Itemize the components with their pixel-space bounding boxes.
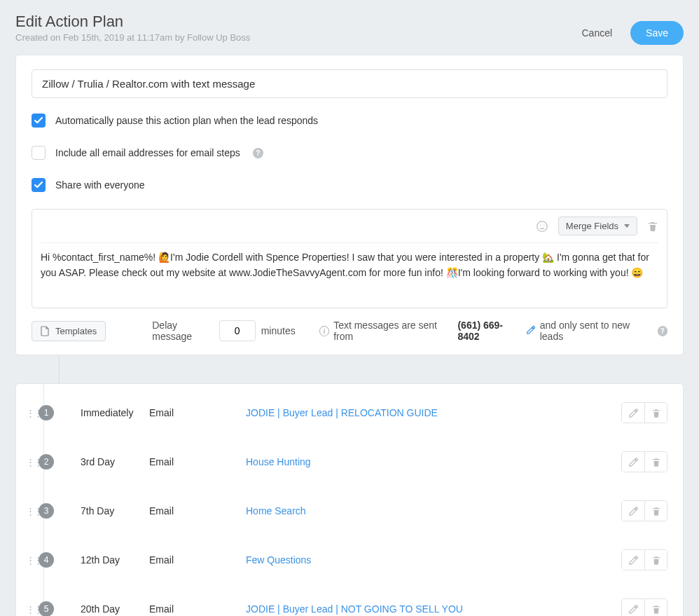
templates-label: Templates xyxy=(55,326,97,336)
label-include-emails: Include all email addresses for email st… xyxy=(55,147,240,158)
step-number: 2 xyxy=(39,454,54,470)
checkbox-share[interactable] xyxy=(32,178,46,192)
step-type: Email xyxy=(149,603,246,615)
edit-step-button[interactable] xyxy=(622,452,644,472)
emoji-icon[interactable] xyxy=(536,220,548,233)
step-title-link[interactable]: Few Questions xyxy=(246,554,311,566)
delete-step-button[interactable] xyxy=(644,501,667,521)
info-icon: i xyxy=(319,326,329,336)
text-info-pre: Text messages are sent from xyxy=(333,320,453,342)
drag-handle-icon[interactable]: ⋮⋮ xyxy=(26,604,34,615)
help-icon[interactable]: ? xyxy=(658,326,667,336)
templates-button[interactable]: Templates xyxy=(32,321,106,341)
help-icon[interactable]: ? xyxy=(253,148,263,158)
label-auto-pause: Automatically pause this action plan whe… xyxy=(55,115,318,126)
step-row: ⋮⋮412th DayEmailFew Questions xyxy=(26,535,667,584)
checkbox-auto-pause[interactable] xyxy=(32,114,46,128)
step-title-link[interactable]: Home Search xyxy=(246,505,306,516)
step-row: ⋮⋮37th DayEmailHome Search xyxy=(26,486,667,535)
edit-step-button[interactable] xyxy=(622,550,644,570)
drag-handle-icon[interactable]: ⋮⋮ xyxy=(26,506,34,516)
merge-fields-button[interactable]: Merge Fields xyxy=(558,217,637,235)
step-timing: 12th Day xyxy=(81,554,149,566)
save-button[interactable]: Save xyxy=(630,21,684,45)
delete-step-button[interactable] xyxy=(644,550,667,570)
step-type: Email xyxy=(149,554,246,566)
step-title-link[interactable]: House Hunting xyxy=(246,456,311,467)
edit-phone-icon[interactable] xyxy=(526,325,536,337)
step-row: ⋮⋮520th DayEmailJODIE | Buyer Lead | NOT… xyxy=(26,584,667,616)
step-row: ⋮⋮23rd DayEmailHouse Hunting xyxy=(26,437,667,486)
step-type: Email xyxy=(149,456,246,467)
step-number: 3 xyxy=(39,503,54,519)
drag-handle-icon[interactable]: ⋮⋮ xyxy=(26,408,34,418)
edit-step-button[interactable] xyxy=(622,501,644,521)
message-textarea[interactable]: Hi %contact_first_name%! 🙋I'm Jodie Cord… xyxy=(41,250,658,299)
step-type: Email xyxy=(149,505,246,516)
page-title: Edit Action Plan xyxy=(15,13,250,31)
edit-step-button[interactable] xyxy=(622,599,644,616)
timeline-connector xyxy=(31,355,668,383)
sending-phone: (661) 669-8402 xyxy=(457,320,521,342)
step-number: 4 xyxy=(39,552,54,568)
delete-step-button[interactable] xyxy=(644,452,667,472)
step-title-link[interactable]: JODIE | Buyer Lead | NOT GOING TO SELL Y… xyxy=(246,603,463,615)
svg-point-2 xyxy=(544,224,544,225)
svg-point-1 xyxy=(539,224,540,225)
delay-label: Delay message xyxy=(152,320,213,342)
text-info-post: and only sent to new leads xyxy=(540,320,651,342)
step-timing: 3rd Day xyxy=(81,456,149,467)
step-timing: 7th Day xyxy=(81,505,149,516)
delay-input[interactable] xyxy=(219,320,256,341)
step-title-link[interactable]: JODIE | Buyer Lead | RELOCATION GUIDE xyxy=(246,407,438,418)
delete-step-button[interactable] xyxy=(644,599,667,616)
step-number: 5 xyxy=(39,601,54,616)
step-row: ⋮⋮1ImmediatelyEmailJODIE | Buyer Lead | … xyxy=(26,388,667,437)
chevron-down-icon xyxy=(624,224,630,228)
step-type: Email xyxy=(149,407,246,418)
merge-fields-label: Merge Fields xyxy=(566,221,618,231)
label-share: Share with everyone xyxy=(55,179,145,191)
action-plan-form: Automatically pause this action plan whe… xyxy=(15,55,684,355)
step-number: 1 xyxy=(39,405,54,420)
drag-handle-icon[interactable]: ⋮⋮ xyxy=(26,457,34,467)
svg-point-0 xyxy=(537,221,547,231)
drag-handle-icon[interactable]: ⋮⋮ xyxy=(26,555,34,566)
steps-list: ⋮⋮1ImmediatelyEmailJODIE | Buyer Lead | … xyxy=(15,383,684,616)
step-timing: Immediately xyxy=(81,407,149,418)
edit-step-button[interactable] xyxy=(622,403,644,423)
delay-unit: minutes xyxy=(261,325,296,336)
step-timing: 20th Day xyxy=(81,603,149,615)
delete-message-icon[interactable] xyxy=(647,221,658,232)
created-info: Created on Feb 15th, 2019 at 11:17am by … xyxy=(15,32,250,43)
cancel-button[interactable]: Cancel xyxy=(581,27,612,39)
checkbox-include-emails[interactable] xyxy=(32,146,46,160)
message-editor: Merge Fields Hi %contact_first_name%! 🙋I… xyxy=(32,209,667,308)
plan-name-input[interactable] xyxy=(32,69,667,98)
delete-step-button[interactable] xyxy=(644,403,667,423)
